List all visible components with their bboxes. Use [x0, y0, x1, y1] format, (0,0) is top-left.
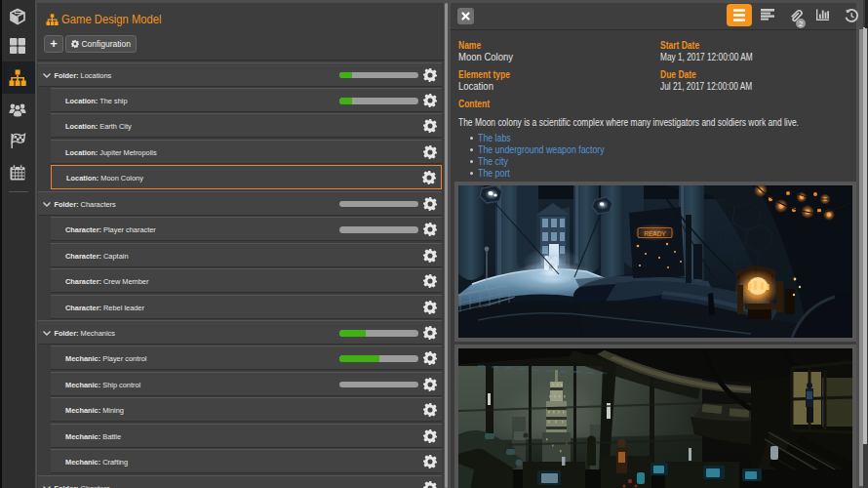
svg-text:2: 2 [799, 20, 803, 28]
